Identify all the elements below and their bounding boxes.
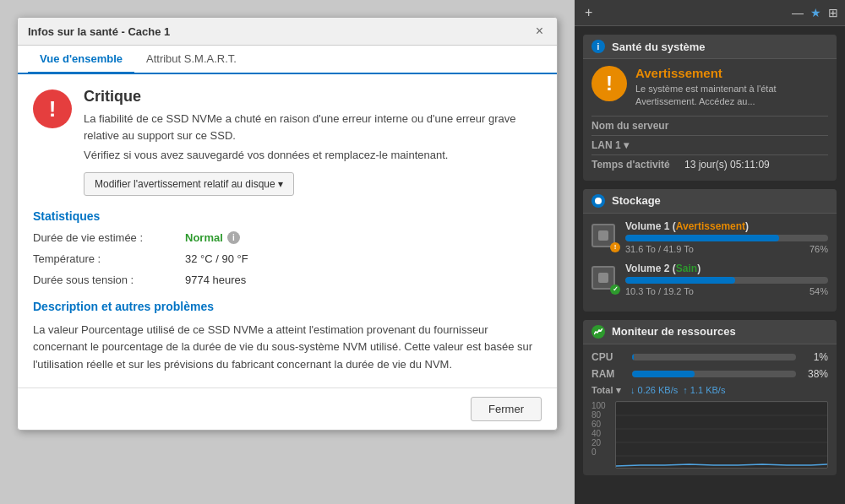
- critique-paragraph2: Vérifiez si vous avez sauvegardé vos don…: [84, 147, 542, 164]
- sante-status-label: Avertissement: [635, 66, 828, 80]
- sante-text: Avertissement Le système est maintenant …: [635, 66, 828, 109]
- stockage-widget-body: ! Volume 1 (Avertissement) 31.6 To / 41.…: [583, 214, 837, 312]
- volume2-bar-bg: [625, 277, 828, 284]
- server-name-row: Nom du serveur: [592, 116, 828, 135]
- info-icon-lifetime[interactable]: i: [227, 231, 240, 244]
- ram-bar-fill: [632, 371, 695, 377]
- y-label-20: 20: [592, 438, 606, 447]
- modal-overlay: Infos sur la santé - Cache 1 × Vue d'ens…: [0, 0, 575, 504]
- network-row: Total ▾ ↓ 0.26 KB/s ↑ 1.1 KB/s: [592, 385, 828, 396]
- volume2-pct: 54%: [810, 286, 828, 296]
- maximize-button[interactable]: ⊞: [828, 6, 838, 19]
- chart-area: [615, 401, 828, 469]
- sante-widget: i Santé du système ! Avertissement Le sy…: [583, 35, 837, 181]
- stat-label-uptime: Durée sous tension :: [33, 274, 185, 286]
- description-header: Description et autres problèmes: [33, 300, 542, 313]
- chart-y-labels: 0 20 40 60 80 100: [592, 401, 609, 457]
- right-panel-topbar: + — ★ ⊞: [575, 0, 845, 26]
- tab-smart[interactable]: Attribut S.M.A.R.T.: [134, 46, 248, 74]
- volume2-status: Sain: [676, 263, 697, 274]
- uptime-value: 13 jour(s) 05:11:09: [684, 159, 770, 171]
- cpu-bar-fill: [632, 354, 634, 360]
- modify-disk-button[interactable]: Modifier l'avertissement relatif au disq…: [84, 172, 294, 196]
- uptime-label: Temps d'activité: [592, 159, 684, 171]
- footer-close-button[interactable]: Fermer: [471, 397, 542, 421]
- modal-close-button[interactable]: ×: [532, 24, 547, 38]
- volume1-status: Avertissement: [676, 220, 745, 232]
- volume2-stats: 10.3 To / 19.2 To 54%: [625, 286, 828, 296]
- sante-warning-icon: !: [592, 66, 627, 101]
- volume1-usage: 31.6 To / 41.9 To: [625, 244, 694, 254]
- stockage-widget: Stockage ! Volume 1 (Avertissement): [583, 189, 837, 312]
- stat-row-temperature: Température : 32 °C / 90 °F: [33, 252, 542, 265]
- minimize-button[interactable]: —: [792, 6, 804, 19]
- moniteur-widget-header: Moniteur de ressources: [583, 320, 837, 344]
- critique-heading: Critique: [84, 88, 542, 106]
- svg-point-0: [595, 198, 602, 204]
- volume1-name: Volume 1 (: [625, 220, 676, 232]
- volume1-disk-icon: !: [592, 224, 619, 251]
- critique-section: ! Critique La fiabilité de ce SSD NVMe a…: [33, 88, 542, 196]
- critique-content: Critique La fiabilité de ce SSD NVMe a c…: [84, 88, 542, 196]
- uptime-row: Temps d'activité 13 jour(s) 05:11:09: [592, 154, 828, 174]
- volume2-bar-fill: [625, 277, 735, 284]
- ram-bar-bg: [632, 371, 796, 377]
- stat-row-uptime: Durée sous tension : 9774 heures: [33, 274, 542, 286]
- add-widget-button[interactable]: +: [581, 3, 596, 22]
- volume2-disk-icon: ✓: [592, 266, 619, 293]
- volume1-stats: 31.6 To / 41.9 To 76%: [625, 244, 828, 254]
- stat-value-lifetime: Normal: [185, 231, 223, 244]
- y-label-100: 100: [592, 401, 606, 410]
- sante-info-rows: Nom du serveur LAN 1 ▾ Temps d'activité …: [592, 116, 828, 174]
- volume1-close-paren: ): [745, 220, 749, 232]
- sante-widget-body: ! Avertissement Le système est maintenan…: [583, 59, 837, 181]
- pin-button[interactable]: ★: [810, 6, 821, 19]
- volume2-name: Volume 2 (: [625, 263, 676, 274]
- volume1-title: Volume 1 (Avertissement): [625, 220, 828, 232]
- stat-value-temperature: 32 °C / 90 °F: [185, 252, 248, 265]
- cpu-label: CPU: [592, 351, 625, 363]
- statistiques-header: Statistiques: [33, 209, 542, 223]
- stat-label-temperature: Température :: [33, 252, 185, 265]
- modal-body: ! Critique La fiabilité de ce SSD NVMe a…: [18, 74, 557, 387]
- health-modal: Infos sur la santé - Cache 1 × Vue d'ens…: [17, 17, 558, 431]
- panel-content: i Santé du système ! Avertissement Le sy…: [575, 26, 845, 504]
- sante-status-row: ! Avertissement Le système est maintenan…: [592, 66, 828, 109]
- ram-label: RAM: [592, 368, 625, 380]
- y-label-0: 0: [592, 447, 606, 457]
- modal-footer: Fermer: [18, 387, 557, 430]
- lan-row: LAN 1 ▾: [592, 135, 828, 154]
- stat-label-lifetime: Durée de vie estimée :: [33, 231, 185, 244]
- tab-vue-ensemble[interactable]: Vue d'ensemble: [28, 46, 134, 74]
- sante-description: Le système est maintenant à l'état Avert…: [635, 83, 828, 109]
- moniteur-widget: Moniteur de ressources CPU 1% RAM: [583, 320, 837, 475]
- description-text: La valeur Pourcentage utilisé de ce SSD …: [33, 322, 542, 374]
- stockage-widget-title: Stockage: [612, 194, 661, 207]
- ram-pct: 38%: [803, 368, 828, 380]
- y-label-60: 60: [592, 420, 606, 429]
- volume1-pct: 76%: [810, 244, 828, 254]
- critique-icon: !: [33, 89, 72, 128]
- exclamation-icon: !: [49, 98, 57, 120]
- stockage-widget-header: Stockage: [583, 189, 837, 214]
- topbar-controls: — ★ ⊞: [792, 6, 838, 19]
- volume2-close-paren: ): [697, 263, 701, 274]
- stat-value-uptime: 9774 heures: [185, 274, 246, 286]
- cpu-row: CPU 1%: [592, 351, 828, 363]
- network-label[interactable]: Total ▾: [592, 385, 625, 396]
- info-icon: i: [592, 40, 605, 53]
- net-down-value: ↓ 0.26 KB/s: [630, 385, 678, 395]
- sante-widget-title: Santé du système: [612, 41, 706, 53]
- right-panel: + — ★ ⊞ i Santé du système ! Avertisseme…: [575, 0, 845, 504]
- net-up-value: ↑ 1.1 KB/s: [683, 385, 725, 395]
- volume2-title: Volume 2 (Sain): [625, 263, 828, 274]
- modal-tabs: Vue d'ensemble Attribut S.M.A.R.T.: [18, 46, 557, 74]
- lan-label[interactable]: LAN 1 ▾: [592, 139, 684, 151]
- sante-widget-header: i Santé du système: [583, 35, 837, 59]
- volume2-item: ✓ Volume 2 (Sain) 10.3 To / 19.2 To 54%: [592, 263, 828, 296]
- volume2-usage: 10.3 To / 19.2 To: [625, 286, 694, 296]
- modal-titlebar: Infos sur la santé - Cache 1 ×: [18, 18, 557, 46]
- volume2-ok-badge: ✓: [610, 285, 620, 295]
- modal-title: Infos sur la santé - Cache 1: [28, 25, 170, 38]
- stat-row-lifetime: Durée de vie estimée : Normal i: [33, 231, 542, 244]
